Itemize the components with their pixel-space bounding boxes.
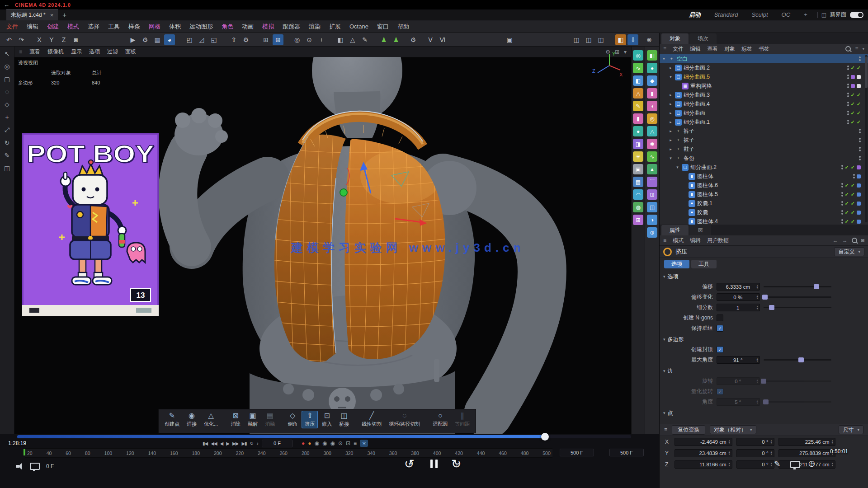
menu-item-网格[interactable]: 网格 xyxy=(149,23,160,31)
expander-icon[interactable]: ▾ xyxy=(661,56,666,61)
attr-field-最大角度[interactable]: 91 °▲▼ xyxy=(717,356,760,364)
scale-tool-icon[interactable]: ⤢ xyxy=(5,126,9,134)
visibility-dots-icon[interactable] xyxy=(841,192,843,197)
menu-item-跟踪器[interactable]: 跟踪器 xyxy=(283,23,300,31)
object-row-细分曲面.3[interactable]: ▸▢细分曲面.3✓✓ xyxy=(660,90,868,99)
viewport-menu-过滤[interactable]: 过滤 xyxy=(107,48,118,56)
grid-snap-icon[interactable]: ⊞ xyxy=(273,34,283,45)
spline-pen-icon[interactable]: ✎ xyxy=(359,34,370,45)
om-menu-编辑[interactable]: 编辑 xyxy=(690,45,701,53)
enable-check-icon[interactable]: ✓ xyxy=(851,192,855,197)
expander-icon[interactable]: ▸ xyxy=(668,138,673,142)
visibility-dots-icon[interactable] xyxy=(841,201,843,206)
menu-item-扩展[interactable]: 扩展 xyxy=(329,23,341,31)
menu-item-渲染[interactable]: 渲染 xyxy=(309,23,321,31)
attr-field-角度[interactable]: 5 °▲▼ xyxy=(717,398,760,406)
spinner-icon[interactable]: ▲▼ xyxy=(756,358,759,362)
floor-icon[interactable]: ▤ xyxy=(633,177,643,187)
visibility-dots-icon[interactable] xyxy=(859,138,861,142)
light-icon[interactable]: ☀ xyxy=(633,151,643,162)
rewind-10-button[interactable]: ↺10 xyxy=(404,458,417,471)
spline-icon[interactable]: ∿ xyxy=(633,63,643,73)
vest-mesh[interactable] xyxy=(268,111,448,366)
menu-item-模式[interactable]: 模式 xyxy=(67,23,79,31)
sky-icon[interactable]: ◠ xyxy=(633,189,643,200)
enable-check-icon[interactable]: ✓ xyxy=(845,192,849,197)
camera-icon[interactable]: ▣ xyxy=(633,164,643,174)
snapshot-icon[interactable]: ∗ xyxy=(360,440,368,447)
menu-item-创建[interactable]: 创建 xyxy=(47,23,59,31)
speaker-icon[interactable] xyxy=(16,463,24,469)
record-parameter-icon[interactable]: ⊙ xyxy=(338,440,343,446)
viewport-menu-选项[interactable]: 选项 xyxy=(89,48,100,56)
prev-key-icon[interactable]: ◀◀ xyxy=(211,441,217,446)
model-button-桥接[interactable]: ◫桥接 xyxy=(336,411,352,428)
make-editable-icon[interactable]: ⇧ xyxy=(228,34,239,45)
live-select-icon[interactable]: ◎ xyxy=(4,63,9,70)
tag-blue-icon[interactable] xyxy=(857,211,861,215)
move-tool-icon[interactable]: + xyxy=(5,113,9,121)
attr-field-旋转[interactable]: 0 °▲▼ xyxy=(717,377,760,385)
checkbox-保持群组[interactable]: ✓ xyxy=(717,325,723,332)
cylinder-icon[interactable]: ▮ xyxy=(633,113,643,124)
object-row-细分曲面.5[interactable]: ▾▢细分曲面.5 xyxy=(660,72,868,81)
object-row-细分曲面.2[interactable]: ▾▢细分曲面.2✓✓ xyxy=(660,163,868,172)
record-position-icon[interactable]: ◉ xyxy=(314,440,319,446)
checkbox-量化旋转[interactable]: ✓ xyxy=(717,388,723,395)
screen-3-icon[interactable]: ◫ xyxy=(595,34,606,45)
attr-lock-icon[interactable]: ◙ xyxy=(861,237,864,244)
mirror-tool-icon[interactable]: ◫ xyxy=(4,164,10,172)
attr-burger-icon[interactable]: ≡ xyxy=(663,237,666,244)
expander-icon[interactable]: ▾ xyxy=(675,165,680,169)
axis-gizmo[interactable]: Y Z X xyxy=(591,50,625,79)
mode-button-工具[interactable]: 工具 xyxy=(691,260,717,268)
expander-icon[interactable]: ▸ xyxy=(668,102,673,106)
end-frame-field-1[interactable]: 500 F xyxy=(560,449,594,456)
visibility-dots-icon[interactable] xyxy=(847,102,849,106)
poly-select-icon[interactable]: ◇ xyxy=(5,101,9,108)
player-progress-bar[interactable] xyxy=(17,435,631,438)
coord-Z-size[interactable]: 211.0177 cm▲▼ xyxy=(778,460,835,469)
torus-icon[interactable]: ◎ xyxy=(647,113,657,124)
enable-check-icon[interactable]: ✓ xyxy=(857,93,861,98)
expander-icon[interactable]: ▸ xyxy=(668,93,673,97)
object-row-重构网格[interactable]: ▦重构网格 xyxy=(660,81,868,90)
screen-2-icon[interactable]: ◫ xyxy=(583,34,594,45)
attr-field-偏移变化[interactable]: 0 %▲▼ xyxy=(717,293,760,301)
coord-mode-dropdown[interactable]: 对象（相对） ▾ xyxy=(710,425,756,434)
section-点[interactable]: ▾点 xyxy=(660,408,868,418)
expander-icon[interactable]: ▾ xyxy=(668,75,673,79)
cube-green-icon[interactable]: ◧ xyxy=(647,50,657,61)
boole-icon[interactable]: ◑ xyxy=(647,215,657,225)
select-tool-icon[interactable]: ↖ xyxy=(5,50,10,57)
symmetry-icon[interactable]: ◫ xyxy=(647,202,657,212)
cube-menu-icon[interactable]: ◧ xyxy=(335,34,346,45)
om-filter-icon[interactable]: ≡ xyxy=(855,46,858,52)
menu-item-动画[interactable]: 动画 xyxy=(242,23,254,31)
tag-blue-icon[interactable] xyxy=(857,192,861,197)
enable-check-icon[interactable]: ✓ xyxy=(851,66,855,70)
next-key-icon[interactable]: ▶▶ xyxy=(232,441,238,446)
undo-icon[interactable]: ↶ xyxy=(4,34,14,45)
gear-icon[interactable]: ⚙ xyxy=(408,34,419,45)
enable-check-icon[interactable]: ✓ xyxy=(851,201,855,206)
om-menu-书签[interactable]: 书签 xyxy=(759,45,769,53)
character-icon[interactable]: ♟ xyxy=(378,34,389,45)
slider-handle[interactable] xyxy=(769,305,774,310)
attr-slider-细分数[interactable] xyxy=(764,304,831,311)
bend-icon[interactable]: ⌒ xyxy=(647,177,657,187)
coord-system-icon[interactable]: ◙ xyxy=(71,34,81,45)
menu-item-编辑[interactable]: 编辑 xyxy=(27,23,38,31)
connect-icon[interactable]: ⊕ xyxy=(647,227,657,238)
slider-handle[interactable] xyxy=(814,284,819,289)
viewport-menu-面板[interactable]: 面板 xyxy=(125,48,136,56)
snap-settings-icon[interactable]: ◿ xyxy=(196,34,207,45)
attr-slider-偏移变化[interactable] xyxy=(764,293,831,301)
object-row-圆柱体.6[interactable]: ▮圆柱体.6✓✓ xyxy=(660,181,868,190)
om-caret-icon[interactable]: ▾ xyxy=(862,47,864,51)
model-button-线性切割[interactable]: ╱线性切割 xyxy=(359,411,385,428)
tag-purple-icon[interactable] xyxy=(851,75,855,79)
menu-item-角色[interactable]: 角色 xyxy=(222,23,233,31)
back-arrow-icon[interactable]: ← xyxy=(4,1,9,8)
viewport-menu-查看[interactable]: 查看 xyxy=(29,48,40,56)
